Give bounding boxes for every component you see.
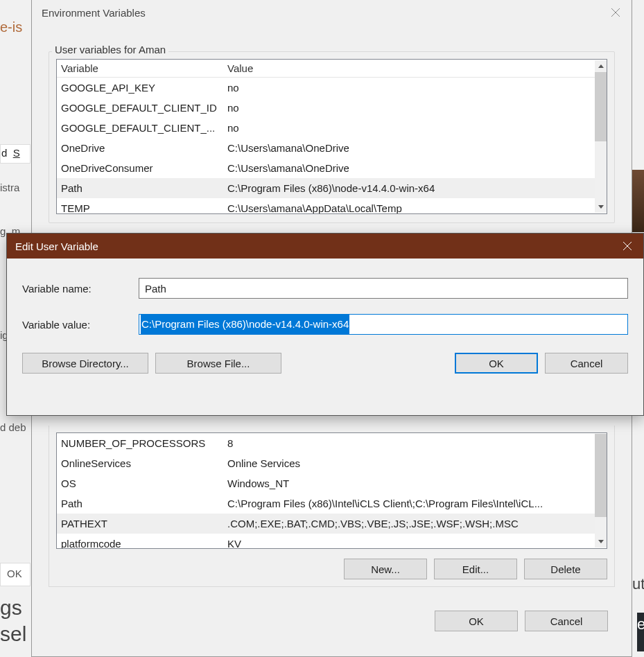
bg-text: d deb [0,421,26,433]
bg-text: sel [0,622,26,646]
svg-marker-2 [598,64,604,68]
scrollbar-thumb[interactable] [595,434,607,517]
cell-value: KV [227,538,607,549]
scroll-down-icon[interactable] [595,536,607,548]
edit-dialog-title: Edit User Variable [15,240,98,252]
new-button[interactable]: New... [344,559,427,579]
svg-marker-3 [598,205,604,209]
table-row[interactable]: NUMBER_OF_PROCESSORS8 [57,433,607,453]
ok-button[interactable]: OK [455,353,538,374]
bg-text: e [637,613,644,651]
table-row[interactable]: PATHEXT.COM;.EXE;.BAT;.CMD;.VBS;.VBE;.JS… [57,514,607,534]
table-row[interactable]: platformcodeKV [57,534,607,549]
close-button[interactable] [600,0,632,25]
table-row[interactable]: PathC:\Program Files (x86)\node-v14.4.0-… [57,178,607,198]
cell-value: C:\Program Files (x86)\node-v14.4.0-win-… [227,182,607,194]
user-variables-table[interactable]: Variable Value GOOGLE_API_KEYnoGOOGLE_DE… [56,59,607,214]
cell-value: 8 [227,437,607,449]
cell-value: Online Services [227,457,607,469]
edit-titlebar[interactable]: Edit User Variable [7,234,643,259]
variable-value-label: Variable value: [22,319,139,331]
table-row[interactable]: GOOGLE_DEFAULT_CLIENT_...no [57,118,607,138]
cell-variable: GOOGLE_DEFAULT_CLIENT_ID [61,102,227,114]
cell-value: C:\Program Files (x86)\Intel\iCLS Client… [227,498,607,509]
bg-text: e-is [0,19,22,35]
cell-variable: GOOGLE_API_KEY [61,82,227,94]
cell-value: no [227,102,607,114]
table-row[interactable]: GOOGLE_API_KEYno [57,78,607,98]
scroll-up-icon[interactable] [595,60,607,72]
table-header[interactable]: Variable Value [57,60,607,78]
cell-value: no [227,122,607,134]
cell-variable: TEMP [61,202,227,214]
cell-variable: OneDriveConsumer [61,162,227,174]
cell-variable: NUMBER_OF_PROCESSORS [61,437,227,449]
header-variable[interactable]: Variable [61,62,227,74]
cell-variable: Path [61,498,227,509]
scroll-down-icon[interactable] [595,201,607,213]
scrollbar[interactable] [595,434,607,548]
selected-text: C:\Program Files (x86)\node-v14.4.0-win-… [141,315,349,334]
cell-value: C:\Users\amana\AppData\Local\Temp [227,202,607,214]
bg-text: ut [632,575,644,593]
env-titlebar[interactable]: Environment Variables [32,0,632,25]
table-row[interactable]: OnlineServicesOnline Services [57,453,607,473]
bg-text: gs [0,596,22,620]
table-row[interactable]: PathC:\Program Files (x86)\Intel\iCLS Cl… [57,493,607,514]
cancel-button[interactable]: Cancel [525,611,608,631]
cell-variable: GOOGLE_DEFAULT_CLIENT_... [61,122,227,134]
cell-variable: PATHEXT [61,518,227,529]
cell-variable: OS [61,478,227,489]
browse-directory-button[interactable]: Browse Directory... [22,353,148,374]
cell-value: Windows_NT [227,478,607,489]
edit-button[interactable]: Edit... [434,559,517,579]
close-icon [611,8,620,17]
edit-user-variable-dialog: Edit User Variable Variable name: Variab… [6,233,644,416]
table-row[interactable]: OneDriveConsumerC:\Users\amana\OneDrive [57,158,607,178]
variable-value-input[interactable]: C:\Program Files (x86)\node-v14.4.0-win-… [139,314,628,335]
cell-variable: Path [61,182,227,194]
bg-text: OK [7,568,22,579]
close-button[interactable] [611,234,643,259]
system-variables-table[interactable]: NUMBER_OF_PROCESSORS8OnlineServicesOnlin… [56,432,607,549]
ok-button[interactable]: OK [435,611,518,631]
bg-decor [632,170,644,232]
cell-value: no [227,82,607,94]
table-row[interactable]: TEMPC:\Users\amana\AppData\Local\Temp [57,198,607,214]
cancel-button[interactable]: Cancel [545,353,628,374]
user-variables-legend: User variables for Aman [52,44,168,55]
browse-file-button[interactable]: Browse File... [155,353,281,374]
bg-text: istra [0,182,19,193]
delete-button[interactable]: Delete [524,559,607,579]
table-row[interactable]: GOOGLE_DEFAULT_CLIENT_IDno [57,98,607,118]
cell-value: .COM;.EXE;.BAT;.CMD;.VBS;.VBE;.JS;.JSE;.… [227,518,607,529]
user-variables-fieldset: User variables for Aman Variable Value G… [49,51,615,223]
variable-name-label: Variable name: [22,283,139,295]
scrollbar[interactable] [595,60,607,213]
cell-variable: platformcode [61,538,227,549]
table-row[interactable]: OneDriveC:\Users\amana\OneDrive [57,138,607,158]
scrollbar-thumb[interactable] [595,72,607,141]
env-title: Environment Variables [42,7,146,19]
close-icon [623,242,632,250]
cell-value: C:\Users\amana\OneDrive [227,142,607,154]
cell-value: C:\Users\amana\OneDrive [227,162,607,174]
cell-variable: OneDrive [61,142,227,154]
variable-name-input[interactable] [139,278,628,299]
header-value[interactable]: Value [227,62,253,74]
table-row[interactable]: OSWindows_NT [57,473,607,493]
svg-marker-4 [598,540,604,543]
cell-variable: OnlineServices [61,457,227,469]
bg-text: d S [1,147,20,159]
